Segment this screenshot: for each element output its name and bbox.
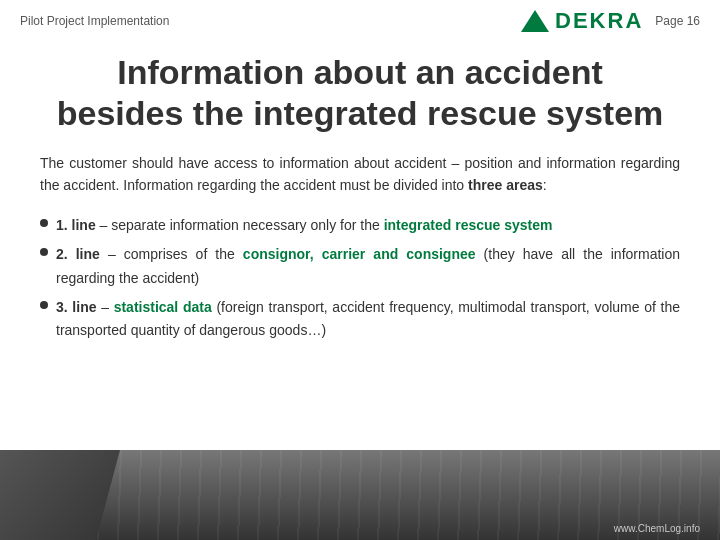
- title-line2: besides the integrated rescue system: [57, 94, 664, 132]
- main-content: Information about an accident besides th…: [0, 42, 720, 358]
- list-item: 1. line – separate information necessary…: [40, 214, 680, 237]
- line2-middle: – comprises of the: [108, 246, 243, 262]
- slide-title: Information about an accident besides th…: [40, 52, 680, 134]
- bullet-icon: [40, 248, 48, 256]
- three-areas-bold: three areas: [468, 177, 543, 193]
- bullet-icon: [40, 301, 48, 309]
- line3-highlight: statistical data: [114, 299, 212, 315]
- slide: Pilot Project Implementation DEKRA Page …: [0, 0, 720, 540]
- line2-label: 2. line: [56, 246, 100, 262]
- line1-middle: – separate information necessary only fo…: [100, 217, 384, 233]
- line3-label: 3. line: [56, 299, 96, 315]
- list-item: 2. line – comprises of the consignor, ca…: [40, 243, 680, 289]
- breadcrumb: Pilot Project Implementation: [20, 14, 169, 28]
- dekra-triangle-icon: [521, 10, 549, 32]
- bullet-text-3: 3. line – statistical data (foreign tran…: [56, 296, 680, 342]
- dekra-logo: DEKRA: [521, 8, 643, 34]
- header: Pilot Project Implementation DEKRA Page …: [0, 0, 720, 42]
- bullet-text-1: 1. line – separate information necessary…: [56, 214, 680, 237]
- footer-website: www.ChemLog.info: [614, 523, 700, 534]
- line2-highlight: consignor, carrier and consignee: [243, 246, 476, 262]
- footer-image: [0, 450, 720, 540]
- bullet-icon: [40, 219, 48, 227]
- title-line1: Information about an accident: [117, 53, 602, 91]
- list-item: 3. line – statistical data (foreign tran…: [40, 296, 680, 342]
- intro-text-content: The customer should have access to infor…: [40, 155, 680, 193]
- line1-label: 1. line: [56, 217, 96, 233]
- bullet-list: 1. line – separate information necessary…: [40, 214, 680, 341]
- line1-highlight: integrated rescue system: [384, 217, 553, 233]
- footer-area: www.ChemLog.info: [0, 450, 720, 540]
- page-number: Page 16: [655, 14, 700, 28]
- intro-paragraph: The customer should have access to infor…: [40, 152, 680, 197]
- bullet-text-2: 2. line – comprises of the consignor, ca…: [56, 243, 680, 289]
- dekra-logo-text: DEKRA: [555, 8, 643, 34]
- line3-dash: –: [101, 299, 113, 315]
- header-right: DEKRA Page 16: [521, 8, 700, 34]
